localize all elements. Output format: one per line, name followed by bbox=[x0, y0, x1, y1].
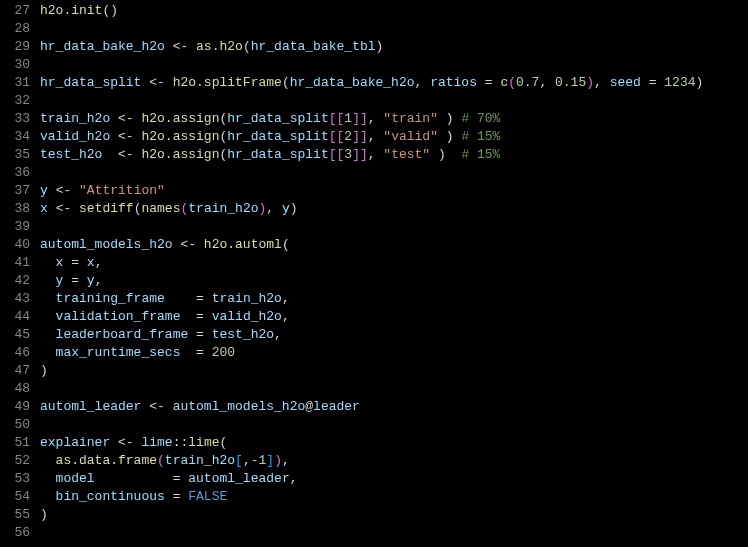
code-token: h2o.init bbox=[40, 3, 102, 18]
code-token bbox=[48, 183, 56, 198]
code-token: , bbox=[368, 111, 384, 126]
line-number: 34 bbox=[0, 128, 30, 146]
code-token: 1 bbox=[344, 111, 352, 126]
code-line[interactable] bbox=[40, 218, 748, 236]
code-line[interactable]: model = automl_leader, bbox=[40, 470, 748, 488]
code-line[interactable] bbox=[40, 380, 748, 398]
code-line[interactable] bbox=[40, 92, 748, 110]
line-number: 33 bbox=[0, 110, 30, 128]
code-line[interactable]: explainer <- lime::lime( bbox=[40, 434, 748, 452]
code-token: <- bbox=[180, 237, 196, 252]
line-number: 36 bbox=[0, 164, 30, 182]
code-token: x bbox=[40, 201, 48, 216]
code-line[interactable]: leaderboard_frame = test_h2o, bbox=[40, 326, 748, 344]
code-line[interactable]: max_runtime_secs = 200 bbox=[40, 344, 748, 362]
code-token: () bbox=[102, 3, 118, 18]
code-token: lime bbox=[141, 435, 172, 450]
code-line[interactable]: ) bbox=[40, 362, 748, 380]
code-token bbox=[438, 129, 446, 144]
code-line[interactable]: train_h2o <- h2o.assign(hr_data_split[[1… bbox=[40, 110, 748, 128]
code-token bbox=[40, 273, 56, 288]
code-token bbox=[40, 489, 56, 504]
code-area[interactable]: h2o.init() hr_data_bake_h2o <- as.h2o(hr… bbox=[40, 2, 748, 547]
line-number: 50 bbox=[0, 416, 30, 434]
code-line[interactable]: validation_frame = valid_h2o, bbox=[40, 308, 748, 326]
line-number: 55 bbox=[0, 506, 30, 524]
code-editor[interactable]: 2728293031323334353637383940414243444546… bbox=[0, 0, 748, 547]
code-token bbox=[40, 471, 56, 486]
code-token: <- bbox=[118, 111, 134, 126]
line-number: 54 bbox=[0, 488, 30, 506]
code-token bbox=[40, 453, 56, 468]
code-token: , bbox=[282, 309, 290, 324]
line-number: 31 bbox=[0, 74, 30, 92]
code-line[interactable]: bin_continuous = FALSE bbox=[40, 488, 748, 506]
code-token: ]] bbox=[352, 147, 368, 162]
code-line[interactable]: ) bbox=[40, 506, 748, 524]
line-number: 49 bbox=[0, 398, 30, 416]
code-token bbox=[40, 309, 56, 324]
code-token bbox=[641, 75, 649, 90]
code-token: ) bbox=[290, 201, 298, 216]
code-line[interactable]: automl_leader <- automl_models_h2o@leade… bbox=[40, 398, 748, 416]
code-line[interactable]: y <- "Attrition" bbox=[40, 182, 748, 200]
code-token: ]] bbox=[352, 129, 368, 144]
code-token: 200 bbox=[212, 345, 235, 360]
code-token: train_h2o bbox=[165, 453, 235, 468]
line-number: 47 bbox=[0, 362, 30, 380]
code-token: "train" bbox=[383, 111, 438, 126]
code-token: - bbox=[251, 453, 259, 468]
code-line[interactable]: hr_data_bake_h2o <- as.h2o(hr_data_bake_… bbox=[40, 38, 748, 56]
code-token: , bbox=[282, 291, 290, 306]
code-token bbox=[71, 201, 79, 216]
code-token: 0.7 bbox=[516, 75, 539, 90]
code-token: train_h2o bbox=[40, 111, 110, 126]
code-token: ) bbox=[696, 75, 704, 90]
line-number: 43 bbox=[0, 290, 30, 308]
code-line[interactable] bbox=[40, 20, 748, 38]
code-token: = bbox=[649, 75, 657, 90]
code-line[interactable] bbox=[40, 416, 748, 434]
code-line[interactable]: as.data.frame(train_h2o[,-1]), bbox=[40, 452, 748, 470]
code-token: leader bbox=[313, 399, 360, 414]
code-token: :: bbox=[173, 435, 189, 450]
code-line[interactable]: h2o.init() bbox=[40, 2, 748, 20]
code-line[interactable] bbox=[40, 164, 748, 182]
code-token: bin_continuous bbox=[56, 489, 165, 504]
code-token: hr_data_bake_tbl bbox=[251, 39, 376, 54]
code-token: ( bbox=[157, 453, 165, 468]
code-line[interactable] bbox=[40, 524, 748, 542]
code-token: [[ bbox=[329, 111, 345, 126]
code-token: [ bbox=[235, 453, 243, 468]
code-token: , bbox=[282, 453, 290, 468]
line-number: 37 bbox=[0, 182, 30, 200]
code-line[interactable]: training_frame = train_h2o, bbox=[40, 290, 748, 308]
code-token: = bbox=[196, 345, 204, 360]
code-token bbox=[165, 75, 173, 90]
code-token: = bbox=[71, 255, 79, 270]
code-token bbox=[438, 111, 446, 126]
line-number: 30 bbox=[0, 56, 30, 74]
code-line[interactable] bbox=[40, 56, 748, 74]
code-token: ) bbox=[446, 111, 454, 126]
code-token bbox=[204, 309, 212, 324]
code-line[interactable]: hr_data_split <- h2o.splitFrame(hr_data_… bbox=[40, 74, 748, 92]
code-line[interactable]: x = x, bbox=[40, 254, 748, 272]
code-line[interactable]: automl_models_h2o <- h2o.automl( bbox=[40, 236, 748, 254]
code-token bbox=[110, 111, 118, 126]
code-token: , bbox=[415, 75, 431, 90]
code-token: FALSE bbox=[188, 489, 227, 504]
code-line[interactable]: x <- setdiff(names(train_h2o), y) bbox=[40, 200, 748, 218]
line-number: 45 bbox=[0, 326, 30, 344]
code-line[interactable]: y = y, bbox=[40, 272, 748, 290]
code-token: leaderboard_frame bbox=[56, 327, 189, 342]
code-token: hr_data_split bbox=[227, 129, 328, 144]
code-token: ( bbox=[220, 435, 228, 450]
code-token: valid_h2o bbox=[212, 309, 282, 324]
line-number: 53 bbox=[0, 470, 30, 488]
code-token: , bbox=[95, 255, 103, 270]
code-line[interactable]: test_h2o <- h2o.assign(hr_data_split[[3]… bbox=[40, 146, 748, 164]
code-token: h2o.assign bbox=[141, 129, 219, 144]
code-token: explainer bbox=[40, 435, 110, 450]
code-line[interactable]: valid_h2o <- h2o.assign(hr_data_split[[2… bbox=[40, 128, 748, 146]
